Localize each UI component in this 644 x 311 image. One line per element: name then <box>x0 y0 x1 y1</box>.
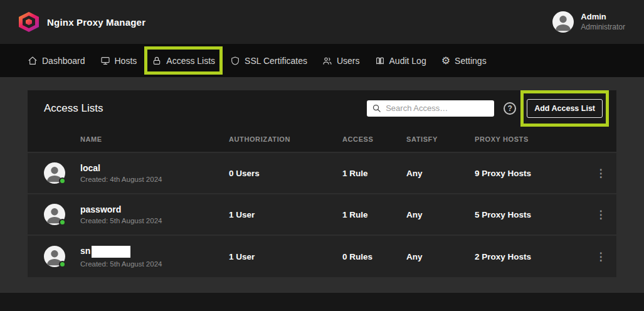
access-value: 1 Rule <box>342 169 406 178</box>
nav-item-ssl-certificates[interactable]: SSL Certificates <box>230 56 307 66</box>
satisfy-value: Any <box>406 210 475 219</box>
user-menu[interactable]: Admin Administrator <box>552 11 625 33</box>
column-header-authorization: AUTHORIZATION <box>229 135 342 143</box>
avatar <box>44 162 65 184</box>
status-dot <box>59 261 66 268</box>
status-dot <box>59 219 66 226</box>
top-header: Nginx Proxy Manager Admin Administrator <box>0 0 644 44</box>
nav-label: Access Lists <box>166 56 215 66</box>
add-access-list-button[interactable]: Add Access List <box>527 99 603 118</box>
nav-item-settings[interactable]: ⚙ Settings <box>441 56 487 66</box>
nav-item-dashboard[interactable]: Dashboard <box>28 56 85 66</box>
column-header-satisfy: SATISFY <box>406 135 475 143</box>
gear-icon: ⚙ <box>441 56 450 66</box>
access-list-name: local <box>80 163 229 173</box>
search-box <box>367 100 494 117</box>
satisfy-value: Any <box>406 252 475 261</box>
nav-item-users[interactable]: Users <box>322 56 360 66</box>
page-title: Access Lists <box>44 102 367 115</box>
access-value: 0 Rules <box>342 252 406 261</box>
created-date: Created: 5th August 2024 <box>80 260 229 268</box>
authorization-value: 0 Users <box>229 169 342 178</box>
table-row[interactable]: password Created: 5th August 2024 1 User… <box>28 194 616 236</box>
monitor-icon <box>100 56 110 66</box>
column-header-name: NAME <box>80 135 229 143</box>
access-list-name: sn <box>80 246 90 256</box>
status-dot <box>59 177 66 184</box>
table-header-row: NAME AUTHORIZATION ACCESS SATISFY PROXY … <box>28 126 616 153</box>
user-name: Admin <box>581 12 625 22</box>
access-lists-panel: Access Lists ? Add Access List NAME AUTH… <box>28 90 616 277</box>
row-menu-icon[interactable]: ⋮ <box>585 168 616 179</box>
nav-item-hosts[interactable]: Hosts <box>100 56 137 66</box>
nav-label: SSL Certificates <box>245 56 307 66</box>
proxy-hosts-value: 2 Proxy Hosts <box>475 252 585 261</box>
npm-logo-icon <box>19 12 39 32</box>
column-header-proxy-hosts: PROXY HOSTS <box>475 135 585 143</box>
avatar <box>44 204 65 225</box>
proxy-hosts-value: 5 Proxy Hosts <box>475 210 585 219</box>
nav-item-audit-log[interactable]: Audit Log <box>375 56 426 66</box>
brand: Nginx Proxy Manager <box>19 12 145 32</box>
authorization-value: 1 User <box>229 210 342 219</box>
user-role: Administrator <box>581 23 625 32</box>
nav-label: Audit Log <box>389 56 426 66</box>
access-list-name: password <box>80 204 229 214</box>
column-header-access: ACCESS <box>342 135 406 143</box>
row-menu-icon[interactable]: ⋮ <box>585 209 616 220</box>
book-icon <box>375 56 385 66</box>
access-value: 1 Rule <box>342 210 406 219</box>
table-row[interactable]: sn Created: 5th August 2024 1 User 0 Rul… <box>28 236 616 277</box>
users-icon <box>322 56 332 66</box>
table-row[interactable]: local Created: 4th August 2024 0 Users 1… <box>28 153 616 194</box>
created-date: Created: 5th August 2024 <box>80 217 229 224</box>
footer-strip <box>0 293 644 311</box>
created-date: Created: 4th August 2024 <box>80 176 229 183</box>
user-avatar[interactable] <box>552 11 574 33</box>
proxy-hosts-value: 9 Proxy Hosts <box>475 169 585 178</box>
nav-label: Settings <box>455 56 487 66</box>
search-input[interactable] <box>367 100 494 117</box>
main-nav: Dashboard Hosts Access Lists SSL Certifi… <box>0 44 644 77</box>
app-window: Nginx Proxy Manager Admin Administrator … <box>0 0 644 311</box>
shield-icon <box>230 56 240 66</box>
nav-label: Hosts <box>115 56 137 66</box>
avatar <box>44 246 65 267</box>
satisfy-value: Any <box>406 169 475 178</box>
nav-item-access-lists[interactable]: Access Lists <box>152 56 215 66</box>
redaction-box <box>92 246 130 258</box>
search-icon <box>372 103 381 113</box>
home-icon <box>28 56 38 66</box>
app-title: Nginx Proxy Manager <box>47 17 145 28</box>
row-menu-icon[interactable]: ⋮ <box>585 251 616 262</box>
nav-label: Users <box>337 56 360 66</box>
nav-label: Dashboard <box>42 56 85 66</box>
authorization-value: 1 User <box>229 252 342 261</box>
help-icon[interactable]: ? <box>504 102 516 115</box>
lock-icon <box>152 56 162 66</box>
